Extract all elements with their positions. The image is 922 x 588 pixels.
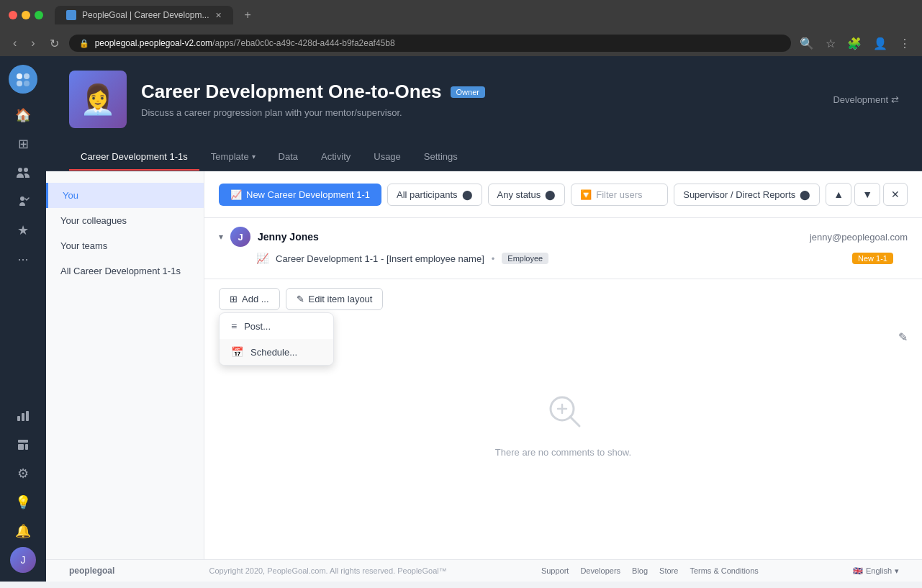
svg-point-3 — [24, 81, 30, 86]
sidebar-item-chart[interactable] — [10, 403, 36, 429]
down-arrow-button[interactable]: ▼ — [854, 183, 880, 206]
sidebar-item-grid[interactable]: ⊞ — [10, 131, 36, 157]
dropdown-post-item[interactable]: ≡ Post... — [220, 313, 333, 339]
schedule-icon: 📅 — [231, 346, 243, 358]
browser-tab[interactable]: PeopleGoal | Career Developm... ✕ — [55, 6, 233, 24]
edit-layout-button[interactable]: ✎ Edit item layout — [286, 288, 384, 310]
add-button[interactable]: ⊞ Add ... — [219, 288, 280, 310]
sidebar-item-bell[interactable]: 🔔 — [10, 518, 36, 544]
footer-link-developers[interactable]: Developers — [580, 566, 620, 575]
footer-logo: peoplegoal — [69, 566, 114, 576]
refresh-button[interactable]: ↻ — [45, 35, 63, 52]
back-button[interactable]: ‹ — [9, 35, 21, 51]
tab-data[interactable]: Data — [267, 143, 309, 171]
empty-state-text: There are no comments to show. — [495, 447, 631, 458]
close-window-dot[interactable] — [9, 11, 17, 19]
comments-edit-icon[interactable]: ✎ — [898, 330, 908, 344]
participants-dropdown[interactable]: All participants ⬤ — [387, 184, 482, 206]
footer-link-terms[interactable]: Terms & Conditions — [690, 566, 758, 575]
tab-close-button[interactable]: ✕ — [215, 11, 222, 20]
profile-icon[interactable]: 👤 — [870, 35, 890, 52]
content-area: You Your colleagues Your teams All Caree… — [46, 171, 922, 559]
extensions-icon[interactable]: 🧩 — [844, 35, 864, 52]
app-header-info: Career Development One-to-Ones Owner Dis… — [141, 81, 818, 118]
supervisor-dropdown[interactable]: Supervisor / Direct Reports ⬤ — [674, 184, 820, 206]
svg-point-2 — [17, 81, 22, 86]
status-dropdown-icon: ⬤ — [545, 189, 556, 200]
footer-link-blog[interactable]: Blog — [632, 566, 648, 575]
sidebar-item-settings[interactable]: ⚙ — [10, 461, 36, 487]
dropdown-schedule-item[interactable]: 📅 Schedule... — [220, 339, 333, 365]
tab-favicon — [66, 10, 76, 20]
menu-icon[interactable]: ⋮ — [896, 35, 913, 52]
new-career-dev-button[interactable]: 📈 New Career Development 1-1 — [219, 184, 381, 206]
address-bar[interactable]: 🔒 peoplegoal.peoplegoal-v2.com/apps/7eba… — [69, 35, 791, 52]
app-footer: peoplegoal Copyright 2020, PeopleGoal.co… — [46, 559, 922, 582]
app-header: Career Development One-to-Ones Owner Dis… — [46, 56, 922, 143]
sidebar-item-table[interactable] — [10, 432, 36, 458]
sidebar-item-people[interactable] — [10, 160, 36, 186]
lang-dropdown-arrow: ▾ — [895, 566, 899, 576]
sidebar-user-avatar[interactable]: J — [10, 547, 36, 573]
app-title: Career Development One-to-Ones — [141, 81, 442, 103]
sidebar-item-home[interactable]: 🏠 — [10, 102, 36, 128]
user-email-label: jenny@peoplegoal.com — [810, 232, 908, 243]
action-buttons-row: ⊞ Add ... ✎ Edit item layout ≡ Post... — [204, 279, 922, 319]
browser-toolbar-icons: 🔍 ☆ 🧩 👤 ⋮ — [797, 35, 913, 52]
filter-users-input[interactable]: 🔽 Filter users — [571, 184, 668, 206]
minimize-window-dot[interactable] — [22, 11, 30, 19]
career-item-name[interactable]: Career Development 1-1 - [Insert employe… — [276, 253, 484, 264]
footer-language[interactable]: 🇬🇧 English ▾ — [853, 566, 899, 576]
career-item-row: 📈 Career Development 1-1 - [Insert emplo… — [219, 247, 908, 270]
sidebar-item-more[interactable]: ··· — [10, 246, 36, 272]
tab-settings[interactable]: Settings — [412, 143, 469, 171]
svg-point-0 — [17, 73, 22, 79]
right-panel: 📈 New Career Development 1-1 All partici… — [204, 171, 922, 559]
sidebar-item-you[interactable]: You — [46, 183, 204, 208]
new-tab-button[interactable]: + — [239, 9, 257, 22]
user-header-row[interactable]: ▾ J Jenny Jones jenny@peoplegoal.com — [219, 227, 908, 247]
close-filter-button[interactable]: ✕ — [883, 183, 908, 206]
maximize-window-dot[interactable] — [35, 11, 43, 19]
empty-state-icon — [543, 390, 584, 438]
forward-button[interactable]: › — [27, 35, 39, 51]
svg-point-1 — [24, 73, 30, 79]
sidebar-item-teams[interactable]: Your teams — [46, 233, 204, 258]
template-tab-arrow: ▾ — [252, 153, 256, 160]
footer-copyright: Copyright 2020, PeopleGoal.com. All righ… — [209, 566, 447, 575]
new-button-icon: 📈 — [230, 189, 242, 200]
jenny-avatar: J — [230, 227, 250, 247]
environment-badge: Development ⇄ — [833, 94, 899, 105]
sidebar-item-all[interactable]: All Career Development 1-1s — [46, 258, 204, 284]
user-section: ▾ J Jenny Jones jenny@peoplegoal.com 📈 C… — [204, 218, 922, 279]
empty-state: There are no comments to show. — [219, 361, 908, 487]
sidebar-item-lightbulb[interactable]: 💡 — [10, 489, 36, 515]
sidebar-item-user-check[interactable] — [10, 189, 36, 214]
sidebar-item-colleagues[interactable]: Your colleagues — [46, 208, 204, 233]
search-icon[interactable]: 🔍 — [797, 35, 817, 52]
tab-activity[interactable]: Activity — [309, 143, 362, 171]
tab-template[interactable]: Template ▾ — [199, 143, 267, 171]
role-badge: Employee — [502, 253, 548, 264]
filter-icon: 🔽 — [580, 189, 592, 200]
main-content: Career Development One-to-Ones Owner Dis… — [46, 56, 922, 582]
content-toolbar: 📈 New Career Development 1-1 All partici… — [204, 171, 922, 218]
env-switch-icon[interactable]: ⇄ — [891, 94, 899, 105]
footer-link-support[interactable]: Support — [541, 566, 569, 575]
svg-line-5 — [570, 417, 579, 426]
new-badge: New 1-1 — [852, 253, 893, 264]
up-arrow-button[interactable]: ▲ — [826, 183, 851, 206]
footer-link-store[interactable]: Store — [659, 566, 678, 575]
sidebar-item-star[interactable]: ★ — [10, 217, 36, 243]
tab-career-dev[interactable]: Career Development 1-1s — [69, 143, 199, 171]
lock-icon: 🔒 — [79, 39, 89, 48]
bookmark-icon[interactable]: ☆ — [823, 35, 839, 52]
status-dropdown[interactable]: Any status ⬤ — [488, 184, 566, 206]
owner-badge: Owner — [451, 86, 485, 98]
user-chevron-icon: ▾ — [219, 232, 223, 242]
tab-usage[interactable]: Usage — [362, 143, 412, 171]
sidebar-logo[interactable] — [9, 65, 37, 94]
post-icon: ≡ — [231, 320, 237, 332]
tab-title: PeopleGoal | Career Developm... — [82, 10, 209, 20]
app-header-avatar — [69, 71, 127, 128]
